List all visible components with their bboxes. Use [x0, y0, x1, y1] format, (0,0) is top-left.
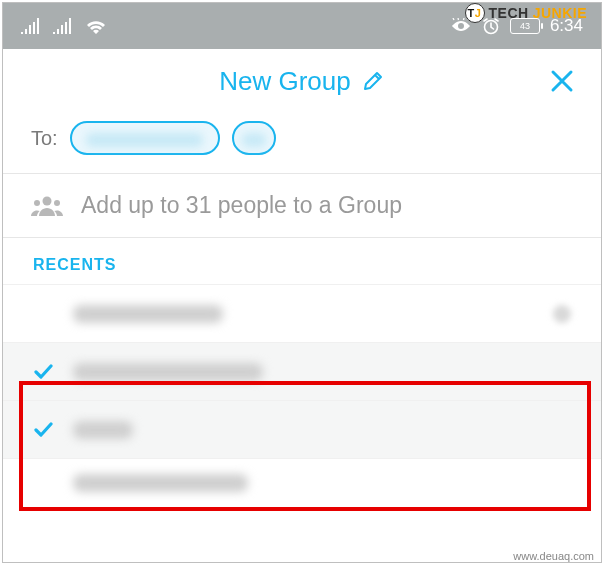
add-people-placeholder: Add up to 31 people to a Group — [81, 192, 402, 219]
list-item[interactable] — [3, 342, 601, 400]
title-text: New Group — [219, 66, 351, 97]
recipient-chip[interactable] — [70, 121, 220, 155]
contact-name-blurred — [73, 305, 223, 323]
footer-watermark: www.deuaq.com — [510, 550, 597, 562]
group-icon — [31, 194, 63, 218]
signal-icon — [21, 18, 39, 34]
page-title[interactable]: New Group — [219, 66, 385, 97]
contact-name-blurred — [73, 421, 133, 439]
svg-point-2 — [34, 200, 40, 206]
pencil-icon — [361, 69, 385, 93]
close-button[interactable] — [549, 68, 575, 94]
wifi-icon — [85, 18, 107, 34]
list-item[interactable] — [3, 400, 601, 458]
add-people-field[interactable]: Add up to 31 people to a Group — [3, 174, 601, 237]
list-item[interactable] — [3, 284, 601, 342]
list-item[interactable] — [3, 458, 601, 506]
svg-point-1 — [43, 196, 52, 205]
svg-point-3 — [54, 200, 60, 206]
recents-list — [3, 284, 601, 506]
signal-icon-2 — [53, 18, 71, 34]
close-icon — [549, 68, 575, 94]
checkmark-icon — [33, 420, 55, 440]
watermark-text-junkie: JUNKIE — [533, 5, 587, 21]
section-header-recents: RECENTS — [3, 238, 601, 284]
title-bar: New Group — [3, 49, 601, 113]
contact-name-blurred — [73, 474, 248, 492]
contact-name-blurred — [73, 363, 263, 381]
recipients-row: To: — [3, 113, 601, 173]
battery-icon: 43 — [510, 18, 540, 34]
to-label: To: — [31, 127, 58, 150]
battery-percent: 43 — [520, 21, 530, 31]
checkmark-icon — [33, 362, 55, 382]
recipient-chip[interactable] — [232, 121, 276, 155]
techjunkie-logo-icon: TJ — [465, 3, 485, 23]
contact-avatar-blurred — [553, 305, 571, 323]
